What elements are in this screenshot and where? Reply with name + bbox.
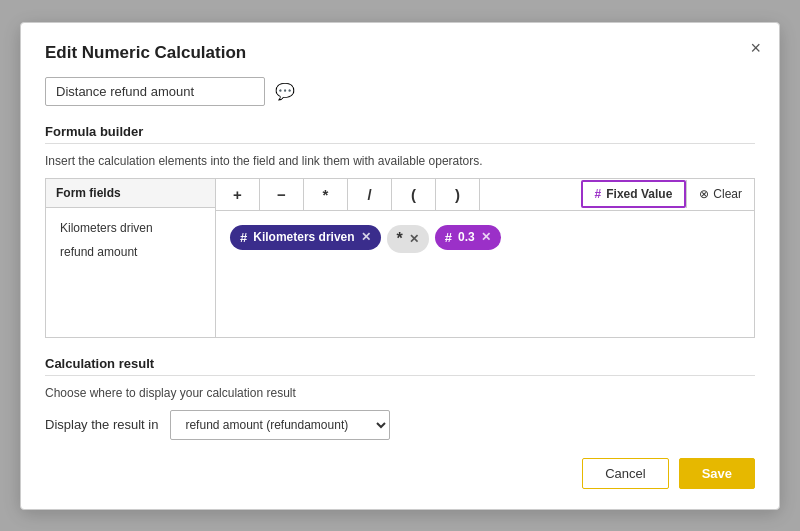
fixed-value-label: Fixed Value <box>606 187 672 201</box>
edit-numeric-calculation-modal: Edit Numeric Calculation × 💬 Formula bui… <box>20 22 780 510</box>
token-remove-operator[interactable]: ✕ <box>409 232 419 246</box>
fixed-value-hash: # <box>595 187 602 201</box>
token-operator-symbol: * <box>397 230 403 248</box>
calculation-name-input[interactable] <box>45 77 265 106</box>
calc-result-title: Calculation result <box>45 356 755 371</box>
op-close-paren-button[interactable]: ) <box>436 179 480 210</box>
token-fixed-hash: # <box>445 230 452 245</box>
clear-button[interactable]: ⊗ Clear <box>686 180 754 208</box>
modal-title: Edit Numeric Calculation <box>45 43 755 63</box>
token-multiply-operator[interactable]: * ✕ <box>387 225 429 253</box>
formula-area: Form fields Kilometers driven refund amo… <box>45 178 755 338</box>
form-fields-list: Kilometers driven refund amount <box>46 208 215 272</box>
close-button[interactable]: × <box>750 39 761 57</box>
op-minus-button[interactable]: − <box>260 179 304 210</box>
formula-builder-title: Formula builder <box>45 124 755 139</box>
clear-icon: ⊗ <box>699 187 709 201</box>
formula-right: + − * / ( ) # Fixed Value ⊗ Clear <box>216 179 754 337</box>
calculation-result-section: Calculation result Choose where to displ… <box>45 356 755 440</box>
display-result-select[interactable]: refund amount (refundamount) <box>170 410 390 440</box>
formula-canvas: # Kilometers driven ✕ * ✕ # 0.3 ✕ <box>216 211 754 337</box>
save-button[interactable]: Save <box>679 458 755 489</box>
token-remove-fixed[interactable]: ✕ <box>481 230 491 244</box>
op-open-paren-button[interactable]: ( <box>392 179 436 210</box>
calc-result-description: Choose where to display your calculation… <box>45 386 755 400</box>
display-label: Display the result in <box>45 417 158 432</box>
field-item-kilometers[interactable]: Kilometers driven <box>46 216 215 240</box>
formula-description: Insert the calculation elements into the… <box>45 154 755 168</box>
footer-buttons: Cancel Save <box>45 458 755 489</box>
op-divide-button[interactable]: / <box>348 179 392 210</box>
token-hash: # <box>240 230 247 245</box>
operators-bar: + − * / ( ) # Fixed Value ⊗ Clear <box>216 179 754 211</box>
token-fixed-value[interactable]: # 0.3 ✕ <box>435 225 501 250</box>
token-field-label: Kilometers driven <box>253 230 354 244</box>
fixed-value-button[interactable]: # Fixed Value <box>581 180 687 208</box>
token-remove-kilometers[interactable]: ✕ <box>361 230 371 244</box>
op-plus-button[interactable]: + <box>216 179 260 210</box>
cancel-button[interactable]: Cancel <box>582 458 668 489</box>
form-fields-panel: Form fields Kilometers driven refund amo… <box>46 179 216 337</box>
display-row: Display the result in refund amount (ref… <box>45 410 755 440</box>
form-fields-header: Form fields <box>46 179 215 208</box>
token-fixed-label: 0.3 <box>458 230 475 244</box>
name-row: 💬 <box>45 77 755 106</box>
token-kilometers-driven[interactable]: # Kilometers driven ✕ <box>230 225 381 250</box>
field-item-refund[interactable]: refund amount <box>46 240 215 264</box>
clear-label: Clear <box>713 187 742 201</box>
op-multiply-button[interactable]: * <box>304 179 348 210</box>
comment-icon[interactable]: 💬 <box>275 82 295 101</box>
